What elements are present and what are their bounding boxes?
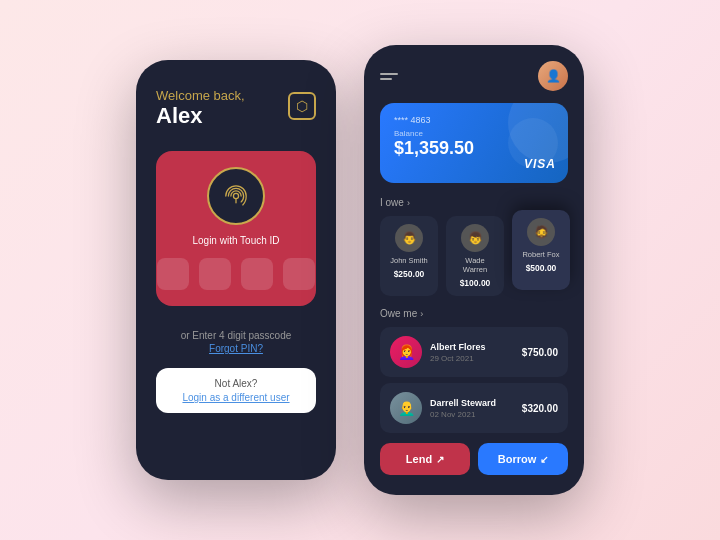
albert-avatar: 👩‍🦰 — [390, 336, 422, 368]
owe-card-wade[interactable]: 👦 Wade Warren $100.00 — [446, 216, 504, 296]
pin-dot-2[interactable] — [199, 258, 231, 290]
top-bar: 👤 — [380, 61, 568, 91]
john-amount: $250.00 — [394, 269, 425, 279]
albert-amount: $750.00 — [522, 347, 558, 358]
darrell-amount: $320.00 — [522, 403, 558, 414]
wade-name: Wade Warren — [453, 256, 497, 274]
lend-button[interactable]: Lend ↗ — [380, 443, 470, 475]
fingerprint-area[interactable]: Login with Touch ID — [156, 151, 316, 306]
albert-name: Albert Flores — [430, 342, 514, 352]
robert-name: Robert Fox — [522, 250, 559, 259]
darrell-date: 02 Nov 2021 — [430, 410, 514, 419]
login-different-user-link[interactable]: Login as a different user — [168, 392, 304, 403]
owe-me-albert[interactable]: 👩‍🦰 Albert Flores 29 Oct 2021 $750.00 — [380, 327, 568, 377]
cube-icon: ⬡ — [288, 92, 316, 120]
robert-amount: $500.00 — [526, 263, 557, 273]
forgot-pin-link[interactable]: Forgot PIN? — [209, 343, 263, 354]
john-avatar: 👨 — [395, 224, 423, 252]
fingerprint-icon — [219, 179, 253, 213]
i-owe-section-label[interactable]: I owe › — [380, 197, 568, 208]
owe-me-list: 👩‍🦰 Albert Flores 29 Oct 2021 $750.00 👨‍… — [380, 327, 568, 433]
wade-avatar: 👦 — [461, 224, 489, 252]
user-avatar[interactable]: 👤 — [538, 61, 568, 91]
visa-logo: VISA — [524, 157, 556, 171]
pin-dot-4[interactable] — [283, 258, 315, 290]
svg-point-0 — [233, 193, 238, 198]
borrow-label: Borrow — [498, 453, 537, 465]
left-phone: Welcome back, Alex ⬡ Login with Touch ID… — [136, 60, 336, 480]
i-owe-chevron: › — [407, 198, 410, 208]
i-owe-list: 👨 John Smith $250.00 👦 Wade Warren $100.… — [380, 216, 568, 296]
fingerprint-circle — [207, 167, 265, 225]
menu-line-bottom — [380, 78, 392, 80]
menu-icon[interactable] — [380, 73, 398, 80]
or-enter-text: or Enter 4 digit passcode — [181, 330, 292, 341]
not-alex-box: Not Alex? Login as a different user — [156, 368, 316, 413]
not-alex-text: Not Alex? — [168, 378, 304, 389]
credit-card[interactable]: **** 4863 Balance $1,359.50 VISA — [380, 103, 568, 183]
pin-dots — [157, 258, 315, 290]
owe-card-john[interactable]: 👨 John Smith $250.00 — [380, 216, 438, 296]
user-name: Alex — [156, 103, 245, 129]
darrell-info: Darrell Steward 02 Nov 2021 — [430, 398, 514, 419]
robert-avatar: 🧔 — [527, 218, 555, 246]
owe-me-label-text: Owe me — [380, 308, 417, 319]
lend-label: Lend — [406, 453, 432, 465]
darrell-name: Darrell Steward — [430, 398, 514, 408]
borrow-arrow: ↙ — [540, 454, 548, 465]
darrell-avatar: 👨‍🦲 — [390, 392, 422, 424]
borrow-button[interactable]: Borrow ↙ — [478, 443, 568, 475]
owe-me-section-label[interactable]: Owe me › — [380, 308, 568, 319]
action-buttons: Lend ↗ Borrow ↙ — [380, 443, 568, 475]
welcome-text: Welcome back, — [156, 88, 245, 103]
i-owe-label-text: I owe — [380, 197, 404, 208]
pin-dot-1[interactable] — [157, 258, 189, 290]
owe-me-darrell[interactable]: 👨‍🦲 Darrell Steward 02 Nov 2021 $320.00 — [380, 383, 568, 433]
wade-amount: $100.00 — [460, 278, 491, 288]
lend-arrow: ↗ — [436, 454, 444, 465]
owe-card-robert[interactable]: 🧔 Robert Fox $500.00 — [512, 210, 570, 290]
welcome-row: Welcome back, Alex ⬡ — [156, 88, 316, 129]
pin-dot-3[interactable] — [241, 258, 273, 290]
menu-line-top — [380, 73, 398, 75]
right-phone: 👤 **** 4863 Balance $1,359.50 VISA I owe… — [364, 45, 584, 495]
albert-date: 29 Oct 2021 — [430, 354, 514, 363]
john-name: John Smith — [390, 256, 428, 265]
touch-id-label: Login with Touch ID — [192, 235, 279, 246]
albert-info: Albert Flores 29 Oct 2021 — [430, 342, 514, 363]
owe-me-chevron: › — [420, 309, 423, 319]
